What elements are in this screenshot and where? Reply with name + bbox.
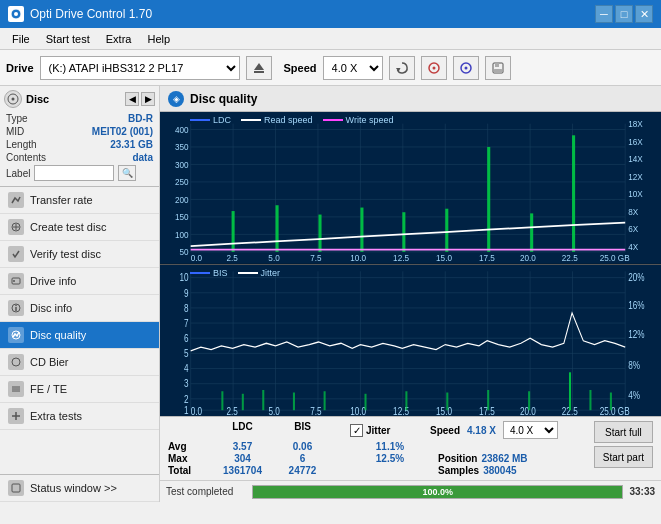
menu-start-test[interactable]: Start test: [38, 31, 98, 47]
sidebar-item-verify-test-disc-label: Verify test disc: [30, 248, 101, 260]
drive-label: Drive: [6, 62, 34, 74]
svg-text:15.0: 15.0: [436, 253, 452, 264]
svg-rect-135: [324, 391, 326, 410]
stats-avg-label: Avg: [168, 441, 210, 452]
svg-text:150: 150: [175, 212, 189, 223]
app-icon: [8, 6, 24, 22]
menu-file[interactable]: File: [4, 31, 38, 47]
close-button[interactable]: ✕: [635, 5, 653, 23]
save-button[interactable]: [485, 56, 511, 80]
chart1: LDC Read speed Write speed: [160, 112, 661, 265]
svg-text:20.0: 20.0: [520, 406, 536, 416]
chart1-legend: LDC Read speed Write speed: [190, 115, 393, 125]
stats-header-bis: BIS: [275, 421, 330, 439]
start-part-button[interactable]: Start part: [594, 446, 653, 468]
sidebar-item-disc-info-label: Disc info: [30, 302, 72, 314]
sidebar-item-disc-quality[interactable]: Disc quality: [0, 322, 159, 349]
svg-text:25.0 GB: 25.0 GB: [600, 406, 630, 416]
svg-text:6X: 6X: [628, 224, 638, 235]
refresh-button[interactable]: [389, 56, 415, 80]
svg-text:16%: 16%: [628, 300, 644, 311]
position-group: Position 23862 MB: [438, 453, 528, 464]
svg-text:4X: 4X: [628, 241, 638, 252]
speed-label: Speed: [284, 62, 317, 74]
sidebar-item-verify-test-disc[interactable]: Verify test disc: [0, 241, 159, 268]
sidebar: Disc ◀ ▶ Type BD-R MID MEIT02 (001) Leng…: [0, 86, 160, 502]
status-window-item[interactable]: Status window >>: [0, 475, 159, 502]
svg-rect-141: [569, 372, 571, 410]
menu-extra[interactable]: Extra: [98, 31, 140, 47]
disc-prev-button[interactable]: ◀: [125, 92, 139, 106]
svg-point-1: [14, 12, 18, 16]
stats-columns: LDC BIS ✓ Jitter Speed 4.18 X 4.0 X: [168, 421, 586, 476]
svg-rect-138: [446, 392, 448, 410]
legend-write-speed-label: Write speed: [346, 115, 394, 125]
svg-rect-134: [293, 392, 295, 410]
sidebar-item-disc-quality-label: Disc quality: [30, 329, 86, 341]
menu-help[interactable]: Help: [139, 31, 178, 47]
svg-point-18: [13, 280, 15, 282]
svg-text:200: 200: [175, 194, 189, 205]
svg-rect-140: [528, 391, 530, 410]
svg-text:1: 1: [184, 405, 189, 416]
svg-text:2.5: 2.5: [226, 253, 237, 264]
jitter-checkbox[interactable]: ✓: [350, 424, 363, 437]
sidebar-item-drive-info[interactable]: Drive info: [0, 268, 159, 295]
eject-button[interactable]: [246, 56, 272, 80]
sidebar-item-transfer-rate[interactable]: Transfer rate: [0, 187, 159, 214]
legend-jitter-label: Jitter: [261, 268, 281, 278]
svg-text:50: 50: [180, 247, 189, 258]
svg-text:10.0: 10.0: [350, 253, 366, 264]
legend-read-speed-label: Read speed: [264, 115, 313, 125]
sidebar-item-cd-bier[interactable]: CD Bier: [0, 349, 159, 376]
drive-select[interactable]: (K:) ATAPI iHBS312 2 PL17: [40, 56, 240, 80]
svg-text:8%: 8%: [628, 359, 640, 370]
svg-rect-75: [276, 205, 279, 252]
sidebar-item-create-test-disc[interactable]: Create test disc: [0, 214, 159, 241]
minimize-button[interactable]: ─: [595, 5, 613, 23]
disc-type-value: BD-R: [128, 113, 153, 124]
disc-contents-row: Contents data: [4, 151, 155, 164]
position-value: 23862 MB: [481, 453, 527, 464]
svg-rect-81: [530, 213, 533, 251]
progress-area: Test completed 100.0% 33:33: [160, 480, 661, 502]
titlebar-left: Opti Drive Control 1.70: [8, 6, 152, 22]
svg-text:12.5: 12.5: [393, 253, 409, 264]
svg-text:22.5: 22.5: [562, 253, 578, 264]
svg-rect-78: [402, 212, 405, 252]
svg-text:0.0: 0.0: [191, 253, 202, 264]
disc-contents-label: Contents: [6, 152, 46, 163]
svg-text:15.0: 15.0: [436, 406, 452, 416]
sidebar-item-extra-tests-label: Extra tests: [30, 410, 82, 422]
disc-panel-icon: [4, 90, 22, 108]
svg-point-23: [12, 358, 20, 366]
disc-next-button[interactable]: ▶: [141, 92, 155, 106]
speed-select[interactable]: 4.0 X: [323, 56, 383, 80]
svg-rect-74: [232, 211, 235, 252]
stats-speed-select[interactable]: 4.0 X: [503, 421, 558, 439]
maximize-button[interactable]: □: [615, 5, 633, 23]
transfer-rate-icon: [8, 192, 24, 208]
sidebar-item-transfer-rate-label: Transfer rate: [30, 194, 93, 206]
disc-icon-button[interactable]: [421, 56, 447, 80]
svg-rect-133: [262, 389, 264, 409]
disc-label-search-button[interactable]: 🔍: [118, 165, 136, 181]
disc-quality-header: ◈ Disc quality: [160, 86, 661, 112]
start-full-button[interactable]: Start full: [594, 421, 653, 443]
svg-text:2: 2: [184, 393, 189, 404]
sidebar-item-fe-te[interactable]: FE / TE: [0, 376, 159, 403]
svg-text:5.0: 5.0: [268, 253, 279, 264]
svg-rect-77: [360, 208, 363, 252]
sidebar-item-extra-tests[interactable]: Extra tests: [0, 403, 159, 430]
svg-rect-143: [610, 392, 612, 410]
svg-text:20.0: 20.0: [520, 253, 536, 264]
write-button[interactable]: [453, 56, 479, 80]
jitter-header-label: Jitter: [366, 425, 390, 436]
samples-label: Samples: [438, 465, 479, 476]
sidebar-item-disc-info[interactable]: Disc info: [0, 295, 159, 322]
status-window-icon: [8, 480, 24, 496]
svg-rect-139: [487, 389, 489, 409]
disc-type-label: Type: [6, 113, 28, 124]
disc-header: Disc ◀ ▶: [4, 90, 155, 108]
disc-label-input[interactable]: [34, 165, 114, 181]
